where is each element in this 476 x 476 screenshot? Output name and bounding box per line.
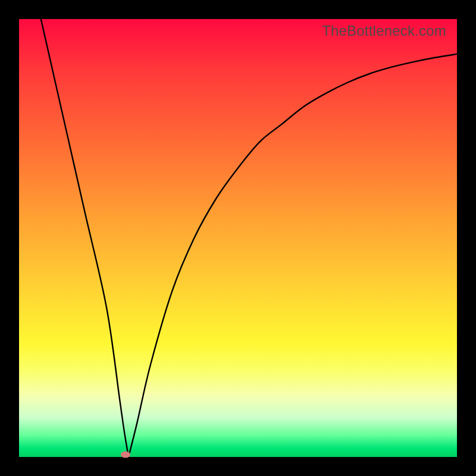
plot-area: TheBottleneck.com xyxy=(19,19,457,457)
bottleneck-curve xyxy=(19,19,457,457)
optimal-marker xyxy=(121,452,130,458)
chart-frame: TheBottleneck.com xyxy=(0,0,476,476)
